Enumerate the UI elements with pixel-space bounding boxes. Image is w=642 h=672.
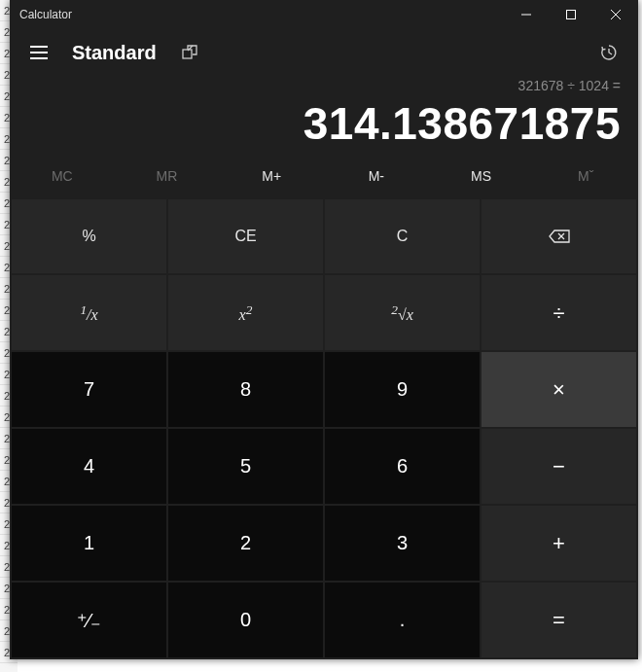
memory-row: MC MR M+ M- MS Mˇ: [10, 157, 638, 199]
square-label: x2: [239, 302, 253, 324]
percent-button[interactable]: %: [12, 199, 166, 274]
digit-8-button[interactable]: 8: [168, 352, 323, 427]
digit-5-button[interactable]: 5: [168, 429, 323, 504]
keep-on-top-button[interactable]: [172, 35, 207, 70]
plus-button[interactable]: +: [482, 506, 636, 581]
multiply-button[interactable]: ×: [482, 352, 636, 427]
digit-9-button[interactable]: 9: [325, 352, 480, 427]
digit-7-button[interactable]: 7: [12, 352, 166, 427]
window-title: Calculator: [19, 8, 504, 21]
minimize-button[interactable]: [504, 0, 549, 29]
negate-button[interactable]: ⁺⁄₋: [12, 583, 166, 657]
clear-button[interactable]: C: [325, 199, 480, 274]
equals-button[interactable]: =: [482, 583, 636, 657]
expression-text: 321678 ÷ 1024 =: [27, 78, 621, 95]
divide-button[interactable]: ÷: [482, 275, 636, 350]
keep-on-top-icon: [182, 45, 197, 60]
mode-label: Standard: [72, 42, 157, 64]
svg-rect-1: [567, 11, 576, 19]
memory-subtract-button[interactable]: M-: [324, 162, 429, 190]
history-button[interactable]: [591, 35, 626, 70]
memory-list-button[interactable]: Mˇ: [533, 162, 638, 190]
maximize-button[interactable]: [549, 0, 593, 29]
digit-1-button[interactable]: 1: [12, 506, 166, 581]
digit-4-button[interactable]: 4: [12, 429, 166, 504]
reciprocal-label: 1/x: [80, 302, 97, 324]
sqrt-button[interactable]: 2√x: [325, 275, 480, 350]
menu-button[interactable]: [21, 35, 56, 70]
digit-6-button[interactable]: 6: [325, 429, 480, 504]
keypad: % CE C 1/x x2 2√x ÷ 7 8 9 × 4 5 6 − 1 2 …: [10, 199, 638, 659]
reciprocal-button[interactable]: 1/x: [12, 275, 166, 350]
memory-add-button[interactable]: M+: [219, 162, 324, 190]
display: 321678 ÷ 1024 = 314.138671875: [10, 74, 638, 157]
digit-3-button[interactable]: 3: [325, 506, 480, 581]
digit-2-button[interactable]: 2: [168, 506, 323, 581]
result-text: 314.138671875: [27, 99, 621, 149]
memory-store-button[interactable]: MS: [429, 162, 534, 190]
square-button[interactable]: x2: [168, 275, 323, 350]
clear-entry-button[interactable]: CE: [168, 199, 323, 274]
header: Standard: [10, 29, 638, 74]
history-icon: [600, 44, 618, 61]
digit-0-button[interactable]: 0: [168, 583, 323, 657]
memory-recall-button[interactable]: MR: [115, 162, 220, 190]
close-button[interactable]: [593, 0, 638, 29]
calculator-window: Calculator Standard: [10, 0, 638, 659]
titlebar: Calculator: [10, 0, 638, 29]
svg-rect-7: [183, 50, 192, 58]
backspace-icon: [549, 230, 570, 243]
backspace-button[interactable]: [482, 199, 636, 274]
hamburger-icon: [30, 46, 48, 59]
decimal-button[interactable]: .: [325, 583, 480, 657]
memory-clear-button[interactable]: MC: [10, 162, 115, 190]
minus-button[interactable]: −: [482, 429, 636, 504]
sqrt-label: 2√x: [391, 302, 413, 324]
